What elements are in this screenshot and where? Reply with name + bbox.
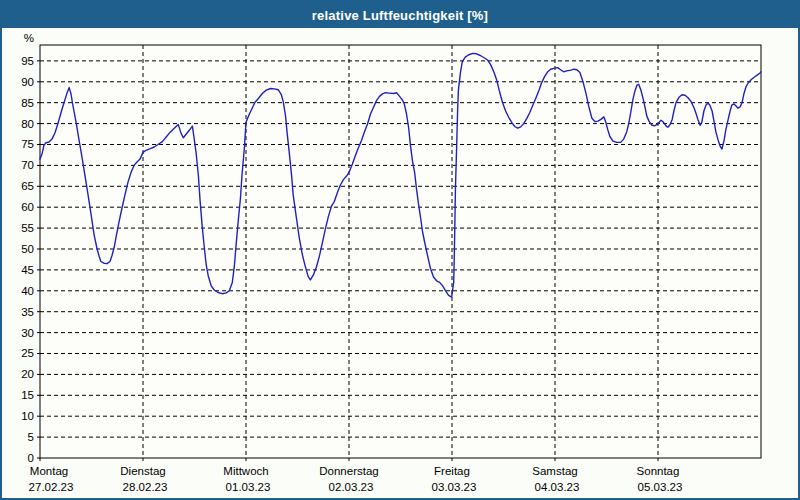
window-title: relative Luftfeuchtigkeit [%]	[312, 8, 488, 23]
day-name-label: Donnerstag	[319, 465, 378, 477]
day-date-label: 04.03.23	[535, 481, 580, 493]
day-name-label: Montag	[30, 465, 68, 477]
y-tick-label: 65	[21, 180, 34, 192]
y-tick-label: 20	[21, 368, 34, 380]
plot-background	[40, 45, 761, 458]
day-date-label: 01.03.23	[226, 481, 271, 493]
y-tick-label: 60	[21, 201, 34, 213]
y-tick-label: 55	[21, 222, 34, 234]
y-tick-label: 40	[21, 285, 34, 297]
y-tick-label: 95	[21, 55, 34, 67]
y-axis-unit-label: %	[24, 32, 34, 44]
humidity-chart: 05101520253035404550556065707580859095%M…	[2, 28, 798, 498]
day-date-label: 27.02.23	[29, 481, 74, 493]
y-tick-label: 0	[28, 452, 34, 464]
day-date-label: 28.02.23	[123, 481, 168, 493]
y-tick-label: 10	[21, 410, 34, 422]
app-window: relative Luftfeuchtigkeit [%] 0510152025…	[0, 0, 800, 500]
y-tick-label: 25	[21, 347, 34, 359]
y-tick-label: 75	[21, 138, 34, 150]
day-date-label: 02.03.23	[329, 481, 374, 493]
y-tick-label: 80	[21, 118, 34, 130]
y-tick-label: 85	[21, 97, 34, 109]
day-date-label: 05.03.23	[638, 481, 683, 493]
day-name-label: Freitag	[434, 465, 470, 477]
day-date-label: 03.03.23	[432, 481, 477, 493]
day-name-label: Samstag	[532, 465, 577, 477]
y-tick-label: 50	[21, 243, 34, 255]
y-tick-label: 70	[21, 159, 34, 171]
humidity-line-chart: 05101520253035404550556065707580859095%M…	[2, 28, 798, 498]
y-tick-label: 45	[21, 264, 34, 276]
day-name-label: Sonntag	[637, 465, 680, 477]
y-tick-label: 90	[21, 76, 34, 88]
window-titlebar: relative Luftfeuchtigkeit [%]	[2, 2, 798, 28]
y-tick-label: 30	[21, 327, 34, 339]
y-tick-label: 35	[21, 306, 34, 318]
y-tick-label: 5	[28, 431, 34, 443]
y-tick-label: 15	[21, 389, 34, 401]
day-name-label: Mittwoch	[223, 465, 268, 477]
day-name-label: Dienstag	[120, 465, 165, 477]
